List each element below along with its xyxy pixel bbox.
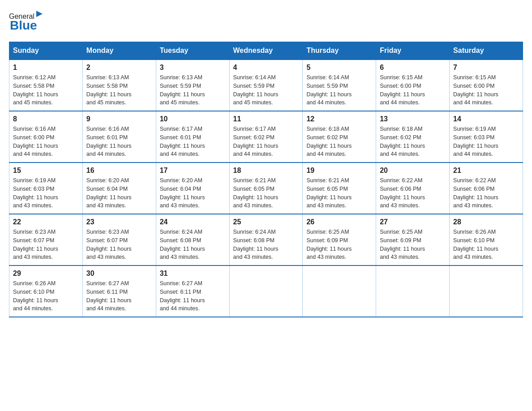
day-number: 30 (86, 270, 152, 278)
day-info: Sunrise: 6:27 AMSunset: 6:11 PMDaylight:… (86, 279, 152, 313)
day-number: 11 (233, 115, 299, 123)
calendar-cell: 30Sunrise: 6:27 AMSunset: 6:11 PMDayligh… (82, 265, 156, 317)
day-number: 10 (160, 115, 226, 123)
day-number: 5 (306, 64, 372, 72)
day-info: Sunrise: 6:26 AMSunset: 6:10 PMDaylight:… (13, 279, 79, 313)
week-row-3: 15Sunrise: 6:19 AMSunset: 6:03 PMDayligh… (9, 163, 523, 214)
day-number: 18 (233, 167, 299, 175)
day-number: 26 (306, 218, 372, 226)
calendar-cell: 5Sunrise: 6:14 AMSunset: 5:59 PMDaylight… (303, 60, 376, 111)
header-saturday: Saturday (450, 42, 523, 60)
day-info: Sunrise: 6:19 AMSunset: 6:03 PMDaylight:… (453, 125, 519, 158)
day-info: Sunrise: 6:13 AMSunset: 5:59 PMDaylight:… (160, 73, 226, 107)
calendar-cell: 25Sunrise: 6:24 AMSunset: 6:08 PMDayligh… (229, 214, 303, 265)
day-number: 21 (453, 167, 519, 175)
day-number: 3 (160, 64, 226, 72)
calendar-cell: 13Sunrise: 6:18 AMSunset: 6:02 PMDayligh… (376, 111, 450, 163)
day-number: 19 (306, 167, 372, 175)
day-info: Sunrise: 6:27 AMSunset: 6:11 PMDaylight:… (160, 279, 226, 313)
day-number: 24 (160, 218, 226, 226)
calendar-cell (450, 265, 523, 317)
calendar-cell: 24Sunrise: 6:24 AMSunset: 6:08 PMDayligh… (156, 214, 229, 265)
header-tuesday: Tuesday (156, 42, 229, 60)
calendar-cell: 10Sunrise: 6:17 AMSunset: 6:01 PMDayligh… (156, 111, 229, 163)
day-number: 1 (13, 64, 79, 72)
calendar-cell: 20Sunrise: 6:22 AMSunset: 6:06 PMDayligh… (376, 163, 450, 214)
calendar-cell: 6Sunrise: 6:15 AMSunset: 6:00 PMDaylight… (376, 60, 450, 111)
logo-blue-text: Blue (10, 18, 37, 33)
day-number: 15 (13, 167, 79, 175)
day-info: Sunrise: 6:23 AMSunset: 6:07 PMDaylight:… (13, 228, 79, 261)
day-number: 16 (86, 167, 152, 175)
weekday-header-row: SundayMondayTuesdayWednesdayThursdayFrid… (9, 42, 523, 60)
calendar-cell: 16Sunrise: 6:20 AMSunset: 6:04 PMDayligh… (82, 163, 156, 214)
day-info: Sunrise: 6:14 AMSunset: 5:59 PMDaylight:… (306, 73, 372, 107)
calendar-cell: 23Sunrise: 6:23 AMSunset: 6:07 PMDayligh… (82, 214, 156, 265)
day-number: 31 (160, 270, 226, 278)
day-info: Sunrise: 6:24 AMSunset: 6:08 PMDaylight:… (160, 228, 226, 261)
day-number: 28 (453, 218, 519, 226)
calendar-table: SundayMondayTuesdayWednesdayThursdayFrid… (9, 42, 523, 317)
calendar-cell (303, 265, 376, 317)
calendar-cell: 18Sunrise: 6:21 AMSunset: 6:05 PMDayligh… (229, 163, 303, 214)
day-info: Sunrise: 6:21 AMSunset: 6:05 PMDaylight:… (233, 176, 299, 210)
day-number: 12 (306, 115, 372, 123)
calendar-cell (376, 265, 450, 317)
week-row-1: 1Sunrise: 6:12 AMSunset: 5:58 PMDaylight… (9, 60, 523, 111)
week-row-5: 29Sunrise: 6:26 AMSunset: 6:10 PMDayligh… (9, 265, 523, 317)
day-info: Sunrise: 6:19 AMSunset: 6:03 PMDaylight:… (13, 176, 79, 210)
day-info: Sunrise: 6:18 AMSunset: 6:02 PMDaylight:… (380, 125, 446, 158)
day-info: Sunrise: 6:24 AMSunset: 6:08 PMDaylight:… (233, 228, 299, 261)
day-info: Sunrise: 6:16 AMSunset: 6:01 PMDaylight:… (86, 125, 152, 158)
day-info: Sunrise: 6:21 AMSunset: 6:05 PMDaylight:… (306, 176, 372, 210)
calendar-cell: 21Sunrise: 6:22 AMSunset: 6:06 PMDayligh… (450, 163, 523, 214)
svg-marker-0 (36, 11, 43, 17)
calendar-cell: 11Sunrise: 6:17 AMSunset: 6:02 PMDayligh… (229, 111, 303, 163)
calendar-cell: 28Sunrise: 6:26 AMSunset: 6:10 PMDayligh… (450, 214, 523, 265)
day-number: 4 (233, 64, 299, 72)
day-info: Sunrise: 6:15 AMSunset: 6:00 PMDaylight:… (380, 73, 446, 107)
week-row-4: 22Sunrise: 6:23 AMSunset: 6:07 PMDayligh… (9, 214, 523, 265)
day-number: 25 (233, 218, 299, 226)
calendar-cell: 17Sunrise: 6:20 AMSunset: 6:04 PMDayligh… (156, 163, 229, 214)
day-info: Sunrise: 6:16 AMSunset: 6:00 PMDaylight:… (13, 125, 79, 158)
day-info: Sunrise: 6:14 AMSunset: 5:59 PMDaylight:… (233, 73, 299, 107)
calendar-cell: 22Sunrise: 6:23 AMSunset: 6:07 PMDayligh… (9, 214, 83, 265)
day-number: 22 (13, 218, 79, 226)
day-number: 7 (453, 64, 519, 72)
calendar-cell: 19Sunrise: 6:21 AMSunset: 6:05 PMDayligh… (303, 163, 376, 214)
day-info: Sunrise: 6:20 AMSunset: 6:04 PMDaylight:… (160, 176, 226, 210)
day-info: Sunrise: 6:26 AMSunset: 6:10 PMDaylight:… (453, 228, 519, 261)
day-info: Sunrise: 6:20 AMSunset: 6:04 PMDaylight:… (86, 176, 152, 210)
header-friday: Friday (376, 42, 450, 60)
calendar-cell: 3Sunrise: 6:13 AMSunset: 5:59 PMDaylight… (156, 60, 229, 111)
calendar-cell: 26Sunrise: 6:25 AMSunset: 6:09 PMDayligh… (303, 214, 376, 265)
calendar-cell: 4Sunrise: 6:14 AMSunset: 5:59 PMDaylight… (229, 60, 303, 111)
header-monday: Monday (82, 42, 156, 60)
header-wednesday: Wednesday (229, 42, 303, 60)
calendar-cell: 9Sunrise: 6:16 AMSunset: 6:01 PMDaylight… (82, 111, 156, 163)
calendar-cell: 29Sunrise: 6:26 AMSunset: 6:10 PMDayligh… (9, 265, 83, 317)
day-info: Sunrise: 6:17 AMSunset: 6:02 PMDaylight:… (233, 125, 299, 158)
day-number: 8 (13, 115, 79, 123)
day-info: Sunrise: 6:25 AMSunset: 6:09 PMDaylight:… (380, 228, 446, 261)
day-number: 29 (13, 270, 79, 278)
calendar-cell: 27Sunrise: 6:25 AMSunset: 6:09 PMDayligh… (376, 214, 450, 265)
week-row-2: 8Sunrise: 6:16 AMSunset: 6:00 PMDaylight… (9, 111, 523, 163)
day-number: 13 (380, 115, 446, 123)
calendar-cell (229, 265, 303, 317)
day-number: 23 (86, 218, 152, 226)
calendar-cell: 14Sunrise: 6:19 AMSunset: 6:03 PMDayligh… (450, 111, 523, 163)
calendar-cell: 8Sunrise: 6:16 AMSunset: 6:00 PMDaylight… (9, 111, 83, 163)
day-info: Sunrise: 6:22 AMSunset: 6:06 PMDaylight:… (380, 176, 446, 210)
calendar-cell: 31Sunrise: 6:27 AMSunset: 6:11 PMDayligh… (156, 265, 229, 317)
day-number: 27 (380, 218, 446, 226)
day-info: Sunrise: 6:25 AMSunset: 6:09 PMDaylight:… (306, 228, 372, 261)
day-info: Sunrise: 6:17 AMSunset: 6:01 PMDaylight:… (160, 125, 226, 158)
day-number: 20 (380, 167, 446, 175)
day-number: 17 (160, 167, 226, 175)
calendar-cell: 2Sunrise: 6:13 AMSunset: 5:58 PMDaylight… (82, 60, 156, 111)
day-info: Sunrise: 6:13 AMSunset: 5:58 PMDaylight:… (86, 73, 152, 107)
day-number: 2 (86, 64, 152, 72)
day-info: Sunrise: 6:18 AMSunset: 6:02 PMDaylight:… (306, 125, 372, 158)
